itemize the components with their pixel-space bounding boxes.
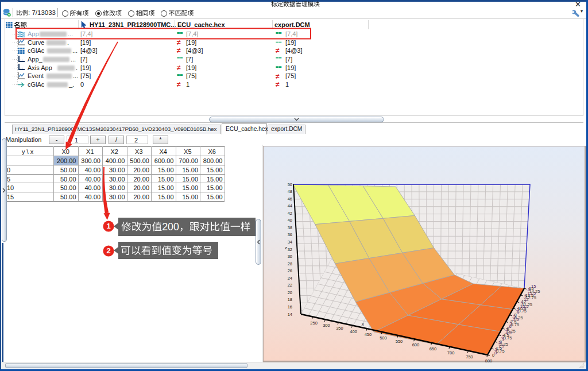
svg-text:: 7/13033: : 7/13033 (28, 9, 56, 16)
svg-text:200: 200 (162, 221, 179, 233)
